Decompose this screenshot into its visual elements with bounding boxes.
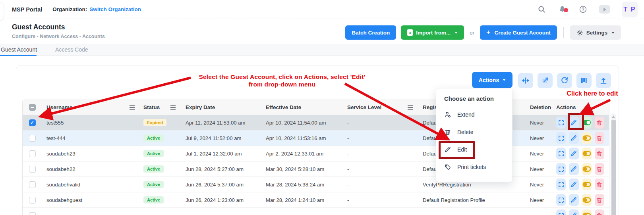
row-checkbox[interactable]	[29, 212, 36, 215]
trash-icon	[596, 135, 603, 142]
enable-toggle[interactable]	[582, 163, 592, 175]
edit-icon-highlight-box	[568, 113, 584, 130]
scroll-up-icon[interactable]	[612, 115, 615, 118]
gear-icon	[576, 29, 583, 36]
scrollbar-thumb[interactable]	[611, 120, 616, 215]
status-badge: Active	[143, 181, 164, 188]
actions-dropdown-button[interactable]: Actions	[472, 72, 512, 88]
delete-row-button[interactable]	[595, 132, 604, 144]
fullscreen-icon	[557, 165, 565, 173]
user-avatar[interactable]: T P	[622, 2, 638, 17]
select-all-checkbox[interactable]	[29, 104, 36, 111]
username-cell: soudabehvalid	[42, 177, 140, 192]
expand-row-button[interactable]	[556, 209, 566, 215]
open-in-new-button[interactable]	[538, 73, 553, 88]
vertical-scrollbar[interactable]	[611, 114, 616, 215]
menu-item-extend[interactable]: Extend	[436, 107, 512, 122]
delete-row-button[interactable]	[595, 209, 604, 215]
row-checkbox[interactable]	[29, 197, 36, 203]
row-checkbox[interactable]	[29, 150, 36, 157]
delete-row-button[interactable]	[595, 194, 604, 206]
collapse-icon	[521, 76, 530, 85]
delete-row-button[interactable]	[595, 179, 604, 190]
tab-access-code[interactable]: Access Code	[50, 44, 93, 56]
menu-item-print-tickets[interactable]: Print tickets	[436, 159, 512, 175]
deletion-cell: Never	[525, 146, 552, 161]
deletion-cell	[525, 208, 552, 215]
row-checkbox[interactable]	[29, 135, 36, 142]
help-icon[interactable]	[578, 5, 587, 14]
fullscreen-icon	[557, 150, 565, 157]
table-row[interactable]: soudabeh22 Active Jun 28, 2024 5:27:00 a…	[23, 161, 609, 177]
column-menu-icon[interactable]	[170, 105, 176, 110]
table-row[interactable]: soudabehvalid Active Jun 26, 2024 5:37:0…	[23, 177, 609, 192]
expiry-cell: Jun 26, 2024 1:23:00 am	[181, 192, 261, 207]
edit-row-button[interactable]	[569, 209, 578, 215]
table-row[interactable]	[23, 207, 609, 215]
toggle-off-icon	[582, 166, 591, 172]
edit-row-button[interactable]	[569, 132, 578, 144]
table-row[interactable]: soudabehguest Active Jun 26, 2024 1:23:0…	[23, 192, 609, 207]
delete-row-button[interactable]	[595, 148, 604, 159]
fullscreen-icon	[557, 134, 565, 142]
registration-cell: Default Registration Profile	[418, 192, 525, 207]
active-tab-underline	[0, 55, 37, 56]
batch-creation-button[interactable]: Batch Creation	[345, 25, 396, 40]
enable-toggle[interactable]	[582, 179, 592, 190]
expand-row-button[interactable]	[556, 163, 566, 175]
expand-row-button[interactable]	[556, 194, 566, 206]
trash-icon	[596, 150, 603, 157]
expiry-cell: Jun 28, 2024 5:27:00 am	[181, 161, 261, 177]
status-badge: Active	[143, 134, 164, 142]
username-cell: test-444	[42, 131, 140, 146]
columns-button[interactable]	[576, 73, 592, 88]
column-menu-icon[interactable]	[407, 105, 413, 110]
organization-label: Organization:	[52, 6, 87, 12]
enable-toggle[interactable]	[582, 209, 592, 215]
row-checkbox[interactable]	[29, 166, 36, 173]
export-button[interactable]	[596, 73, 611, 88]
settings-button[interactable]: Settings	[570, 25, 621, 40]
edit-row-button[interactable]	[569, 179, 578, 190]
table-row[interactable]: test555 Expired Apr 11, 2024 11:53:00 am…	[23, 115, 609, 130]
table-row[interactable]: test-444 Active Jul 9, 2024 11:52:00 am …	[23, 130, 609, 146]
expand-row-button[interactable]	[556, 132, 566, 144]
username-cell: soudabehguest	[42, 192, 140, 207]
table-row[interactable]: soudabeh23 Active Jul 1, 2024 12:32:00 a…	[23, 146, 609, 161]
delete-row-button[interactable]	[595, 117, 604, 129]
edit-row-button[interactable]	[569, 194, 578, 206]
refresh-button[interactable]	[557, 73, 572, 88]
tutorial-play-icon[interactable]	[599, 5, 610, 13]
status-badge: Expired	[143, 119, 166, 126]
service-level-cell: -	[342, 192, 418, 207]
effective-cell: Apr 10, 2024 11:54:00 am	[261, 115, 342, 130]
row-checkbox[interactable]	[29, 119, 36, 126]
row-checkbox[interactable]	[29, 181, 36, 188]
notifications-bell-icon[interactable]	[558, 5, 567, 14]
create-guest-account-button[interactable]: + Create Guest Account	[480, 25, 557, 40]
collapse-columns-button[interactable]	[518, 73, 533, 88]
delete-row-button[interactable]	[595, 163, 604, 175]
enable-toggle[interactable]	[582, 194, 592, 206]
dropdown-title: Choose an action	[436, 88, 512, 107]
edit-row-button[interactable]	[569, 163, 578, 175]
tab-guest-account[interactable]: Guest Account	[0, 44, 43, 56]
expand-row-button[interactable]	[556, 179, 566, 190]
topbar: MSP Portal Organization: Switch Organiza…	[0, 0, 644, 19]
username-cell: soudabeh23	[42, 146, 140, 161]
expand-row-button[interactable]	[556, 117, 566, 129]
enable-toggle[interactable]	[582, 148, 592, 159]
edit-row-button[interactable]	[569, 148, 578, 159]
deletion-cell: Never	[525, 177, 552, 192]
search-icon[interactable]	[537, 5, 546, 14]
username-cell: soudabeh22	[42, 161, 140, 177]
enable-toggle[interactable]	[582, 132, 592, 144]
sidebar-edge-handle[interactable]	[0, 2, 4, 21]
import-from-button[interactable]: x Import from...	[401, 25, 464, 40]
menu-item-delete[interactable]: Delete	[436, 125, 512, 140]
column-menu-icon[interactable]	[129, 105, 135, 110]
switch-organization-link[interactable]: Switch Organization	[89, 6, 141, 12]
registration-cell	[418, 208, 525, 215]
pencil-icon	[570, 150, 577, 157]
expand-row-button[interactable]	[556, 148, 566, 159]
